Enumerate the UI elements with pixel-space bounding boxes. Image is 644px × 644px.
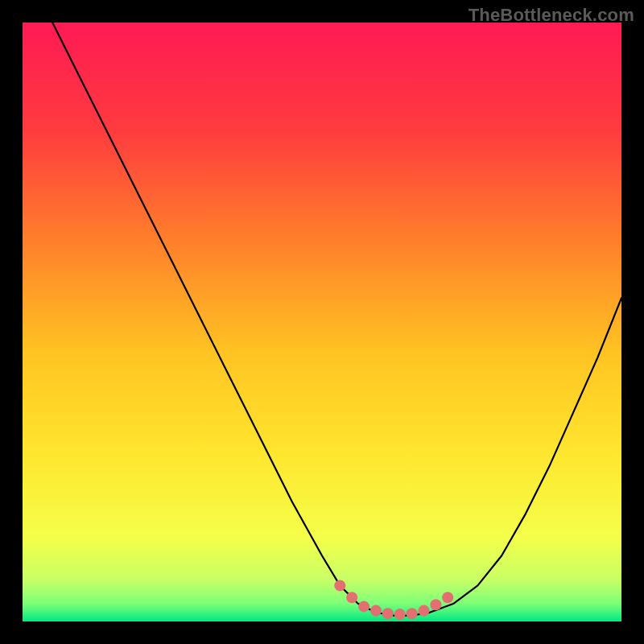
curve-layer: [23, 23, 621, 621]
highlight-marker: [346, 592, 357, 603]
highlight-marker: [358, 601, 369, 612]
highlight-markers: [334, 580, 453, 620]
highlight-marker: [407, 608, 418, 619]
watermark-text: TheBottleneck.com: [469, 5, 634, 26]
chart-frame: TheBottleneck.com: [0, 0, 644, 644]
highlight-marker: [394, 609, 406, 620]
highlight-marker: [430, 599, 441, 610]
bottleneck-curve: [52, 23, 621, 616]
highlight-marker: [370, 605, 382, 617]
highlight-marker: [442, 592, 453, 603]
plot-area: [23, 23, 621, 621]
highlight-marker: [419, 605, 430, 617]
highlight-marker: [382, 608, 394, 619]
highlight-marker: [334, 580, 345, 591]
